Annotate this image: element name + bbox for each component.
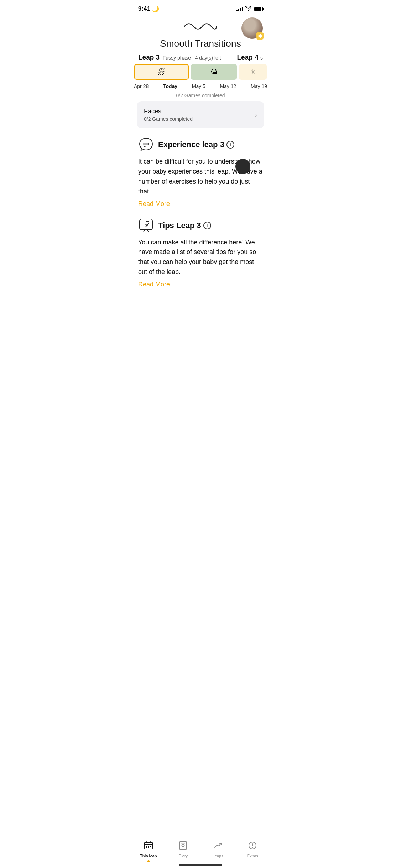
- dark-overlay-circle: [235, 159, 250, 174]
- faces-card[interactable]: Faces 0/2 Games completed ›: [137, 101, 264, 128]
- timeline[interactable]: ⛈ 🌤 ☀: [131, 64, 270, 80]
- experience-info-icon[interactable]: i: [226, 141, 234, 149]
- svg-point-1: [145, 143, 147, 145]
- date-apr28: Apr 28: [134, 83, 149, 89]
- faces-title: Faces: [144, 108, 193, 115]
- leap-current-sub: Fussy phase | 4 day(s) left: [163, 55, 221, 61]
- status-bar: 9:41 🌙: [131, 0, 270, 16]
- faces-card-content: Faces 0/2 Games completed: [144, 108, 193, 122]
- date-may19: May 19: [251, 83, 267, 89]
- wifi-icon: [245, 6, 251, 12]
- date-labels: Apr 28 Today May 5 May 12 May 19: [131, 82, 270, 93]
- battery-icon: [254, 7, 263, 11]
- leap-next-label: Leap 4 s: [237, 53, 263, 61]
- settings-icon[interactable]: [256, 32, 264, 40]
- cloudy-icon: 🌤: [210, 68, 218, 76]
- time-label: 9:41: [138, 5, 150, 12]
- timeline-storm-segment[interactable]: ⛈: [134, 64, 189, 80]
- avatar-container[interactable]: [241, 17, 263, 39]
- svg-text:?: ?: [145, 223, 148, 228]
- chevron-right-icon: ›: [255, 111, 257, 119]
- experience-title: Experience leap 3 i: [158, 140, 234, 149]
- date-may5: May 5: [192, 83, 205, 89]
- tips-header: ? Tips Leap 3 i: [138, 218, 263, 233]
- tips-body: You can make all the difference here! We…: [138, 238, 263, 278]
- tips-section: ? Tips Leap 3 i You can make all the dif…: [131, 218, 270, 299]
- date-may12: May 12: [220, 83, 236, 89]
- tips-info-icon[interactable]: i: [203, 222, 211, 229]
- experience-section: Experience leap 3 i It can be difficult …: [131, 137, 270, 218]
- timeline-cloudy-segment[interactable]: 🌤: [191, 64, 237, 80]
- tips-read-more[interactable]: Read More: [138, 281, 263, 288]
- tips-icon: ?: [138, 218, 154, 233]
- experience-header: Experience leap 3 i: [138, 137, 263, 153]
- leap-current: Leap 3 Fussy phase | 4 day(s) left: [138, 53, 221, 61]
- moon-icon: 🌙: [152, 5, 159, 13]
- faces-subtitle: 0/2 Games completed: [144, 116, 193, 122]
- wave-icon: [183, 19, 218, 33]
- svg-point-0: [143, 143, 145, 145]
- signal-icon: [236, 6, 243, 11]
- timeline-sunny-segment[interactable]: ☀: [239, 64, 267, 80]
- sunny-icon: ☀: [250, 68, 256, 76]
- games-completed-header: 0/2 Games completed: [131, 93, 270, 98]
- status-time: 9:41 🌙: [138, 5, 159, 13]
- tips-title: Tips Leap 3 i: [158, 221, 211, 230]
- header: [131, 16, 270, 35]
- storm-icon: ⛈: [158, 67, 166, 77]
- leap-nav: Leap 3 Fussy phase | 4 day(s) left Leap …: [131, 53, 270, 61]
- date-today: Today: [163, 83, 177, 89]
- leap-current-label: Leap 3: [138, 53, 160, 61]
- experience-icon: [138, 137, 154, 153]
- experience-read-more[interactable]: Read More: [138, 200, 263, 208]
- svg-point-2: [147, 143, 149, 145]
- status-icons: [236, 6, 263, 12]
